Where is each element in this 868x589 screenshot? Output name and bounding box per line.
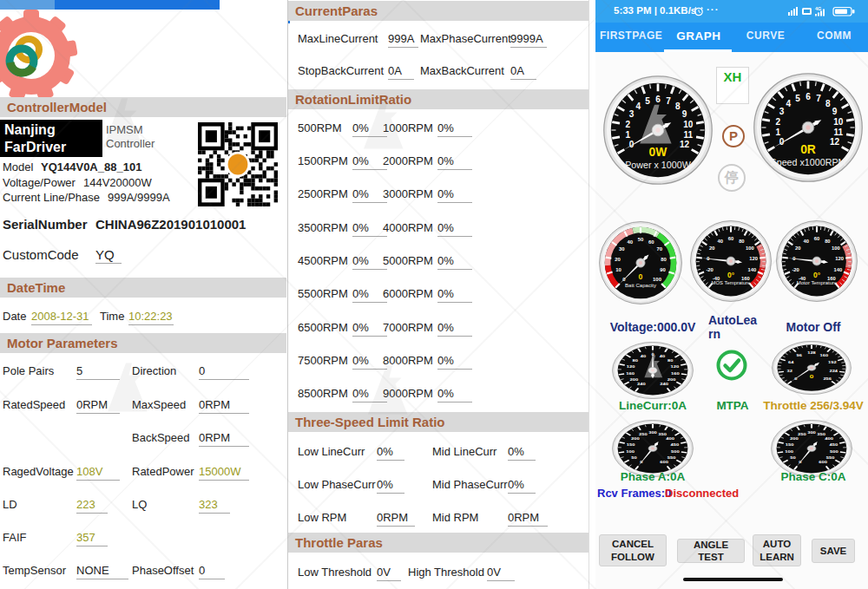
param-field[interactable]: 0% [437, 154, 472, 170]
svg-text:40: 40 [641, 354, 647, 358]
param-field[interactable]: 357 [76, 531, 108, 546]
home-indicator[interactable] [683, 578, 783, 581]
param-field[interactable]: 0% [437, 287, 472, 303]
cancel-follow-button[interactable]: CANCEL FOLLOW [599, 534, 667, 566]
param-field[interactable]: 0RPM [199, 398, 249, 414]
param-field[interactable]: 323 [199, 498, 230, 514]
time-field[interactable]: 10:22:23 [128, 310, 174, 325]
line-current-readout: LineCurr:0A [604, 399, 701, 412]
param-field[interactable]: 0% [352, 354, 387, 370]
param-field[interactable]: 0RPM [377, 511, 415, 527]
param-field[interactable]: 0% [377, 478, 404, 494]
date-field[interactable]: 2008-12-31 [31, 310, 92, 325]
connection-status: Disconnected [665, 487, 739, 500]
param-label: BackSpeed [132, 431, 190, 444]
param-field[interactable]: 0RPM [199, 431, 249, 447]
param-field[interactable]: 5 [76, 364, 120, 380]
param-field[interactable]: 999A [388, 32, 418, 48]
phase-a-readout: Phase A:0A [604, 470, 701, 483]
param-label: Low RPM [298, 511, 346, 524]
svg-text:224: 224 [830, 370, 838, 373]
param-field[interactable]: 0 [199, 364, 249, 380]
angle-test-button[interactable]: ANGLE TEST [677, 539, 745, 563]
svg-text:7: 7 [666, 96, 671, 106]
param-label: 6500RPM [298, 321, 348, 334]
param-row: 6500RPM0%7000RPM0% [288, 321, 589, 337]
param-field[interactable]: 0RPM [76, 398, 120, 414]
param-field[interactable]: 0RPM [508, 511, 548, 527]
model-value: YQ144V0A_88_101 [41, 160, 141, 173]
param-field[interactable]: 0% [352, 121, 387, 137]
param-label: TempSensor [3, 564, 66, 577]
param-label: 4500RPM [298, 254, 348, 267]
tab-graph[interactable]: GRAPH [668, 29, 729, 43]
svg-text:80: 80 [667, 358, 674, 363]
auto-learn-button[interactable]: AUTO LEARN [753, 534, 801, 566]
tab-comm[interactable]: COMM [804, 29, 865, 42]
svg-text:450: 450 [830, 442, 838, 447]
save-button[interactable]: SAVE [812, 539, 855, 563]
svg-text:8: 8 [675, 101, 681, 111]
section-header-throttle-paras: Throttle Paras [288, 533, 589, 553]
param-field[interactable]: 223 [76, 498, 108, 514]
param-label: Low Threshold [298, 566, 372, 579]
param-field[interactable]: 15000W [199, 465, 249, 481]
custom-code-field[interactable]: YQ [95, 247, 122, 264]
param-field[interactable]: 0V [377, 566, 401, 581]
param-field[interactable]: 9999A [510, 32, 547, 48]
param-label: 1000RPM [383, 121, 433, 134]
autolearn-label: AutoLearn [708, 313, 757, 341]
param-field[interactable]: 0% [352, 321, 387, 337]
param-field[interactable]: 0% [437, 121, 472, 137]
param-label: Mid RPM [432, 511, 478, 524]
svg-text:0: 0 [639, 272, 643, 281]
custom-code-label: CustomCode [3, 247, 79, 262]
param-field[interactable]: 0% [437, 387, 472, 402]
svg-text:8: 8 [825, 99, 831, 108]
param-row: Low Threshold 0V High Threshold 0V [288, 566, 589, 581]
param-field[interactable]: 0A [510, 64, 536, 80]
svg-text:3: 3 [779, 107, 785, 116]
svg-text:600: 600 [819, 460, 827, 464]
param-label: 9000RPM [383, 387, 433, 400]
param-field[interactable]: 0 [199, 564, 225, 579]
svg-text:256: 256 [823, 376, 832, 380]
param-field[interactable]: 0% [352, 187, 387, 203]
param-field[interactable]: 0% [352, 254, 387, 270]
phone-tab-bar: FIRSTPAGE GRAPH CURVE COMM [595, 23, 868, 52]
param-row: Low LineCurr0%Mid LineCurr0% [288, 445, 589, 461]
param-label: 8500RPM [298, 387, 348, 400]
param-field[interactable]: 0% [352, 387, 387, 402]
phase-a-gauge: 050100150200250300350400450500550600 [612, 420, 694, 477]
svg-text:150: 150 [786, 442, 794, 447]
param-field[interactable]: 0% [437, 221, 472, 237]
param-field[interactable]: 0% [437, 354, 472, 370]
svg-text:160: 160 [820, 354, 829, 357]
param-field[interactable]: 0% [352, 154, 387, 170]
svg-text:100: 100 [832, 245, 840, 251]
param-field[interactable]: 0A [388, 64, 414, 80]
param-field[interactable]: 0% [352, 221, 387, 237]
param-row: BackSpeed 0RPM [0, 431, 286, 447]
svg-text:400: 400 [666, 436, 674, 441]
svg-text:0W: 0W [649, 145, 668, 159]
section-header-rotation-limit: RotationLimitRatio [288, 89, 589, 109]
param-field[interactable]: 108V [76, 465, 120, 481]
svg-text:10: 10 [683, 120, 694, 129]
param-field[interactable]: 0% [508, 478, 536, 494]
param-label: MaxSpeed [132, 398, 186, 411]
svg-text:40: 40 [803, 239, 808, 244]
param-field[interactable]: 0% [377, 445, 404, 461]
param-field[interactable]: 0% [437, 254, 472, 270]
model-row: Model YQ144V0A_88_101 [0, 160, 286, 176]
param-field[interactable]: 0% [437, 187, 472, 203]
param-field[interactable]: 0% [352, 287, 387, 303]
param-field[interactable]: 0% [508, 445, 536, 461]
tab-firstpage[interactable]: FIRSTPAGE [600, 29, 661, 42]
param-field[interactable]: 0V [487, 566, 515, 581]
svg-text:0°: 0° [813, 271, 821, 279]
param-field[interactable]: NONE [76, 564, 128, 579]
tab-curve[interactable]: CURVE [735, 29, 796, 42]
param-label: 2000RPM [383, 154, 433, 167]
param-field[interactable]: 0% [437, 321, 472, 337]
